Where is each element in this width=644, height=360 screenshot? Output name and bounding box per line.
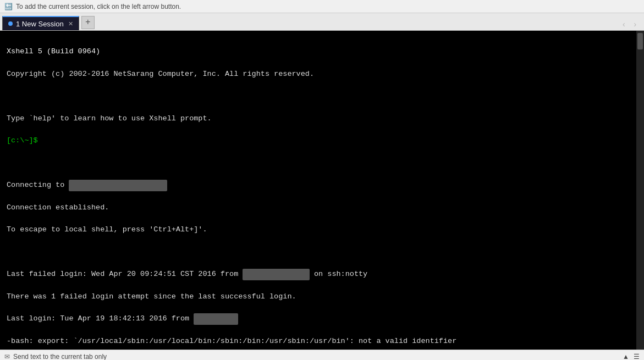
terminal-scrollbar[interactable] [636,31,644,350]
line-help: Type `help' to learn how to use Xshell p… [7,113,630,124]
tab-bar: 1 New Session ✕ + ‹ › [0,13,644,31]
line-prompt-local: [c:\~]$ [7,135,630,146]
info-bar-text: To add the current session, click on the… [16,3,181,10]
new-tab-button[interactable]: + [81,16,95,29]
status-bar: ✉ Send text to the current tab only ▲ ☰ [0,350,644,360]
tab-close-button[interactable]: ✕ [68,20,73,27]
line-xshell: Xshell 5 (Build 0964) [7,46,630,57]
line-blank3 [7,247,630,258]
nav-back-arrow[interactable]: ‹ [619,19,628,30]
terminal[interactable]: Xshell 5 (Build 0964) Copyright (c) 2002… [0,31,636,350]
info-bar: 🔙 To add the current session, click on t… [0,0,644,13]
line-blank1 [7,91,630,102]
line-last-failed: Last failed login: Wed Apr 20 09:24:51 C… [7,269,630,280]
tab-indicator [8,21,13,26]
status-arrow-up[interactable]: ▲ [623,353,629,361]
status-menu[interactable]: ☰ [634,353,640,361]
status-text: Send text to the current tab only [13,353,107,361]
status-icon: ✉ [4,353,10,361]
scrollbar-thumb[interactable] [637,33,643,49]
line-last-login: Last login: Tue Apr 19 18:42:13 2016 fro… [7,313,630,324]
line-escape: To escape to local shell, press 'Ctrl+Al… [7,224,630,235]
info-icon: 🔙 [4,3,13,10]
line-connecting: Connecting to [7,180,630,191]
status-right: ▲ ☰ [623,353,640,361]
line-failed-attempt: There was 1 failed login attempt since t… [7,291,630,302]
nav-arrows: ‹ › [619,19,644,30]
line-copyright: Copyright (c) 2002-2016 NetSarang Comput… [7,69,630,80]
tab-label: 1 New Session [16,20,64,28]
tab-new-session[interactable]: 1 New Session ✕ [2,16,79,30]
terminal-wrapper: Xshell 5 (Build 0964) Copyright (c) 2002… [0,31,644,350]
line-bash-error: -bash: export: `/usr/local/sbin:/usr/loc… [7,336,630,347]
line-blank2 [7,158,630,169]
line-established: Connection established. [7,202,630,213]
nav-forward-arrow[interactable]: › [631,19,640,30]
